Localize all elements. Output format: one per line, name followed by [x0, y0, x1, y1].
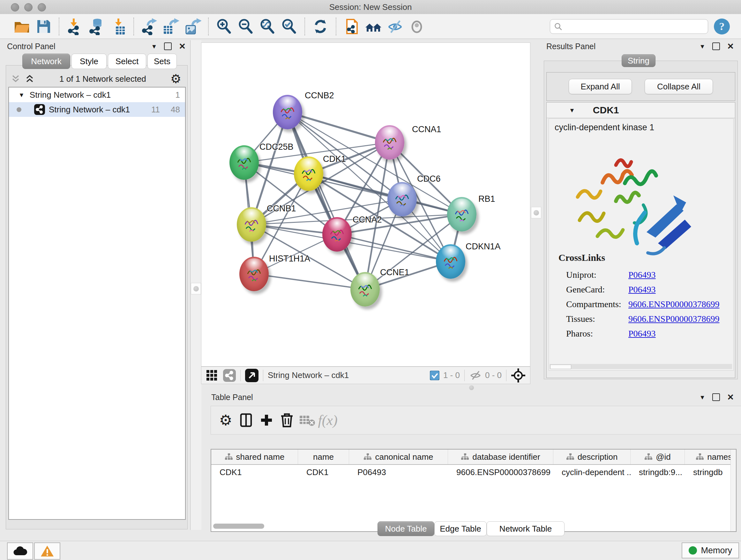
- import-network-file-button[interactable]: [65, 17, 84, 36]
- network-options-gear-icon[interactable]: ⚙: [171, 73, 181, 85]
- maximize-panel-icon[interactable]: [164, 43, 172, 50]
- tab-style[interactable]: Style: [71, 54, 107, 69]
- column-header-shared-name[interactable]: shared name: [211, 449, 298, 464]
- crosslink-link[interactable]: 9606.ENSP00000378699: [628, 314, 719, 324]
- save-session-button[interactable]: [34, 17, 53, 36]
- zoom-in-button[interactable]: [215, 17, 233, 36]
- show-columns-button[interactable]: [236, 410, 256, 430]
- collapse-all-icon[interactable]: [11, 75, 21, 83]
- network-node-CDC6[interactable]: [387, 182, 417, 216]
- network-node-CCNB2[interactable]: [273, 95, 302, 129]
- close-panel-icon[interactable]: ✕: [727, 393, 734, 401]
- crosslink-link[interactable]: P06493: [628, 328, 656, 339]
- import-string-network-button[interactable]: [342, 17, 361, 36]
- memory-button[interactable]: Memory: [682, 543, 739, 558]
- zoom-fit-button[interactable]: [258, 17, 277, 36]
- table-cell[interactable]: stringdb:9...: [630, 465, 685, 480]
- network-node-CDC25B[interactable]: [229, 145, 259, 180]
- function-builder-button[interactable]: f(x): [318, 410, 338, 430]
- network-node-CDKN1A[interactable]: [436, 244, 465, 279]
- collection-expander-icon[interactable]: ▼: [18, 92, 24, 98]
- column-header-name[interactable]: name: [298, 449, 349, 464]
- network-node-CCNE1[interactable]: [350, 272, 380, 307]
- help-button[interactable]: ?: [713, 17, 731, 36]
- show-glass-panel-button[interactable]: [408, 17, 426, 36]
- zoom-out-button[interactable]: [237, 17, 255, 36]
- table-row[interactable]: CDK1CDK1P064939606.ENSP00000378699cyclin…: [211, 465, 736, 480]
- network-node-CCNB1[interactable]: [237, 207, 266, 242]
- tab-select[interactable]: Select: [108, 54, 146, 69]
- network-collection-row[interactable]: ▼ String Network – cdk1 1: [9, 87, 185, 102]
- network-edges[interactable]: [201, 43, 530, 366]
- float-panel-icon[interactable]: ▼: [699, 394, 705, 400]
- table-cell[interactable]: P06493: [349, 465, 448, 480]
- tab-sets[interactable]: Sets: [147, 54, 177, 69]
- network-canvas[interactable]: CCNB2 CCNA1 CDC25B CDK1 CDC6 RB1 CCNB1 C…: [201, 43, 530, 367]
- export-image-button[interactable]: [184, 17, 202, 36]
- fit-selected-crosshair-icon[interactable]: [511, 368, 526, 383]
- table-cell[interactable]: 9606.ENSP00000378699: [448, 465, 553, 480]
- table-hscrollbar[interactable]: [213, 523, 264, 529]
- export-table-button[interactable]: [162, 17, 180, 36]
- crosslink-link[interactable]: 9606.ENSP00000378699: [628, 299, 719, 309]
- network-node-HIST1H1A[interactable]: [239, 257, 269, 291]
- network-node-CCNA1[interactable]: [375, 125, 404, 160]
- table-cell[interactable]: stringdb: [685, 465, 737, 480]
- warnings-button[interactable]: [34, 543, 60, 560]
- eye-slash-icon: [387, 18, 404, 35]
- maximize-panel-icon[interactable]: [712, 43, 720, 50]
- export-network-button[interactable]: [140, 17, 158, 36]
- table-cell[interactable]: cyclin-dependent ...: [553, 465, 630, 480]
- string-view-icon[interactable]: [223, 369, 236, 382]
- open-session-button[interactable]: [12, 17, 31, 36]
- float-panel-icon[interactable]: ▼: [151, 44, 157, 50]
- table-settings-button[interactable]: ⚙: [215, 410, 236, 430]
- selected-checkbox-icon[interactable]: [430, 371, 440, 380]
- column-header-description[interactable]: description: [553, 449, 630, 464]
- tab-edge-table[interactable]: Edge Table: [434, 521, 487, 536]
- toolbar-search[interactable]: [550, 19, 708, 34]
- search-input[interactable]: [562, 22, 704, 31]
- maximize-panel-icon[interactable]: [712, 393, 720, 401]
- tab-network[interactable]: Network: [22, 54, 70, 69]
- create-column-button[interactable]: [256, 410, 277, 430]
- import-table-button[interactable]: [109, 17, 127, 36]
- expand-all-icon[interactable]: [25, 75, 35, 83]
- results-hscrollbar[interactable]: [549, 364, 732, 369]
- open-in-new-window-icon[interactable]: [245, 369, 259, 382]
- right-splitter-handle[interactable]: [531, 207, 541, 219]
- table-cell[interactable]: CDK1: [298, 465, 349, 480]
- column-header-database-identifier[interactable]: database identifier: [448, 449, 553, 464]
- network-row[interactable]: String Network – cdk1 11 48: [9, 102, 185, 117]
- network-node-CDK1[interactable]: [294, 157, 323, 191]
- delete-column-button[interactable]: [277, 410, 297, 430]
- close-panel-icon[interactable]: ✕: [179, 42, 186, 51]
- network-node-CCNA2[interactable]: [322, 217, 352, 252]
- hide-glass-panel-button[interactable]: [386, 17, 404, 36]
- network-node-RB1[interactable]: [447, 197, 476, 232]
- zoom-selected-button[interactable]: [280, 17, 298, 36]
- crosslink-link[interactable]: P06493: [628, 270, 656, 280]
- import-network-database-button[interactable]: [87, 17, 106, 36]
- crosslink-link[interactable]: P06493: [628, 285, 656, 295]
- column-header-canonical-name[interactable]: canonical name: [349, 449, 448, 464]
- tab-network-table[interactable]: Network Table: [487, 521, 564, 536]
- close-panel-icon[interactable]: ✕: [727, 42, 734, 51]
- table-cell[interactable]: CDK1: [211, 465, 298, 480]
- left-splitter-handle[interactable]: [191, 283, 201, 294]
- float-panel-icon[interactable]: ▼: [699, 44, 705, 50]
- tab-string[interactable]: String: [622, 54, 656, 67]
- home-button[interactable]: [364, 17, 383, 36]
- collapse-all-button[interactable]: Collapse All: [645, 79, 713, 94]
- table-vscrollbar[interactable]: [731, 449, 736, 531]
- tab-node-table[interactable]: Node Table: [378, 521, 434, 536]
- apply-layout-button[interactable]: [311, 17, 330, 36]
- protein-expander-icon[interactable]: ▼: [569, 107, 575, 113]
- bottom-splitter-handle[interactable]: [466, 385, 477, 390]
- cloud-status-button[interactable]: [7, 543, 33, 560]
- grid-view-icon[interactable]: [206, 369, 218, 381]
- expand-all-button[interactable]: Expand All: [569, 79, 632, 94]
- column-header-namespace[interactable]: namespace: [685, 449, 737, 464]
- delete-table-button[interactable]: [297, 410, 318, 430]
- column-header-@id[interactable]: @id: [630, 449, 685, 464]
